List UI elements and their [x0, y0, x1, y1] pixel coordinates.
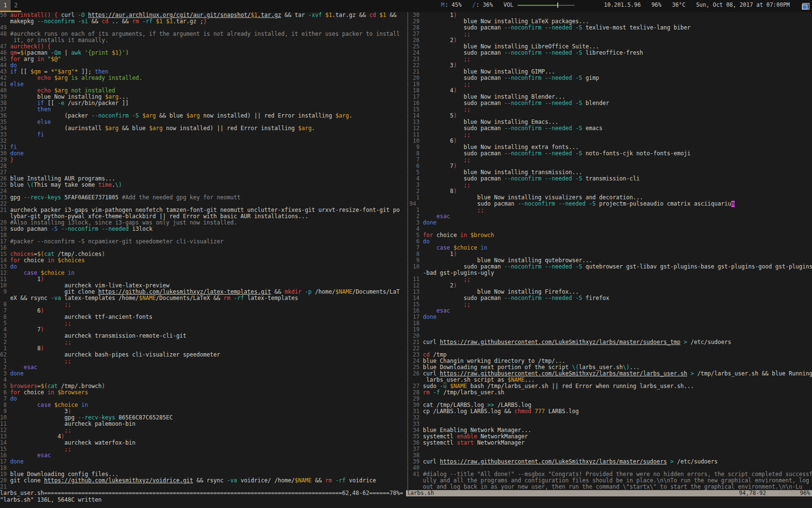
desktop: 1 2 M: 45% /: 36% VOL 10.201.5.96 96% 36…	[0, 0, 812, 508]
code-row: 62 aurcheck bash-pipes cli-visualizer sp…	[0, 352, 406, 358]
code-row: | 12 2)	[406, 283, 812, 289]
code-row: 11 1)	[0, 276, 406, 283]
code-row: | 14 sudo pacman --noconfirm --needed -S…	[406, 295, 812, 301]
temperature-indicator: 36°C	[667, 0, 691, 12]
code-row: 10 aurcheck vim-live-latex-preview	[0, 283, 406, 289]
code-row: | 34 blue Enabling Network Manager...	[406, 427, 812, 433]
code-row: lybar-git python-pywal xfce-theme-blackb…	[0, 213, 406, 220]
code-row: 16 esac	[0, 452, 406, 459]
volume-slider[interactable]	[518, 2, 575, 8]
code-row: | 29 blue Now installing LaTeX packages.…	[406, 18, 812, 25]
code-row: | 9 blue Now installing extra fonts...	[406, 144, 812, 150]
statusline-row: larbs_user.sh===========================…	[0, 490, 812, 496]
code-row: 20 git clone https://github.com/lukesmit…	[0, 478, 406, 484]
code-row: | 3 ;;	[406, 182, 812, 188]
disk-value: : 36%	[476, 2, 493, 8]
code-row: 25 blue \(This may take some time.\)	[0, 182, 406, 188]
code-row: 31 fi	[0, 144, 406, 150]
code-row: 49	[0, 25, 406, 31]
code-row: 20 #Also installing i3lock, since i3-gap…	[0, 220, 406, 226]
code-row: | 10 sudo pacman --noconfirm --needed -S…	[406, 264, 812, 270]
code-row: 9 git clone https://github.com/lukesmith…	[0, 289, 406, 295]
statusline-active: larbs.sh 94,78-92 96%	[406, 490, 812, 496]
code-row: | -bad gst-plugins-ugly	[406, 270, 812, 276]
code-row: | 5 blue Now installing transmission...	[406, 169, 812, 176]
ip-address: 10.201.5.96	[598, 0, 646, 12]
system-tray[interactable]	[795, 0, 812, 12]
code-row: | 25 blue Downloading next portion of th…	[406, 364, 812, 371]
statusline-inactive: larbs_user.sh===========================…	[0, 490, 406, 496]
code-row: | 39 curl https://raw.githubusercontent.…	[406, 459, 812, 465]
code-row: 10 gpg --recv-keys 865E6C87C65285EC	[0, 415, 406, 421]
code-row: | 28 rm -f /tmp/larbs_user.sh	[406, 389, 812, 396]
code-row: | 7 case $choice in	[406, 245, 812, 251]
memory-value: : 45%	[445, 2, 462, 8]
code-row: | 33	[406, 421, 812, 427]
code-row: 15 ;;	[0, 446, 406, 452]
code-row: 42 echo $arg is already installed.	[0, 75, 406, 81]
vim-pane-left-larbs-user-sh[interactable]: 50 aurinstall() { curl -O https://aur.ar…	[0, 12, 406, 490]
vim-pane-right-larbs-sh[interactable]: | 30 1)| 29 blue Now installing LaTeX pa…	[406, 12, 812, 490]
code-row: | 8 sudo pacman --noconfirm --needed -S …	[406, 150, 812, 157]
code-row: 15 choices=$(cat /tmp/.choices)	[0, 251, 406, 257]
disk-icon: /	[472, 2, 476, 8]
code-row: 48 #aurcheck runs on each of its argumen…	[0, 31, 406, 37]
tray-window-icon[interactable]	[802, 3, 810, 10]
code-row: 7 6)	[0, 308, 406, 314]
code-row: | 11 ;;	[406, 276, 812, 283]
code-row: it, or installs it manually.	[0, 37, 406, 44]
code-row: |94 sudo pacman --noconfirm --needed -S …	[406, 201, 812, 207]
code-row: | 16 esac	[406, 308, 812, 314]
code-row: 40 echo $arg not installed	[0, 88, 406, 94]
code-row: 35 else	[0, 119, 406, 125]
code-row: | 1 blue Now installing visualizers and …	[406, 194, 812, 201]
code-row: 18	[0, 232, 406, 239]
code-row: 19 sudo pacman -S --noconfirm --needed i…	[0, 226, 406, 232]
code-row: 36 (packer --noconfirm -S $arg && blue $…	[0, 113, 406, 119]
memory-indicator: M: 45%	[436, 0, 467, 10]
code-row: | 41 #dialog --title "All done!" --msgbo…	[406, 471, 812, 478]
code-row: | 29	[406, 396, 812, 402]
code-row: | 13 blue Now installing Emacs...	[406, 119, 812, 125]
code-row: 19 blue Downloading config files...	[0, 471, 406, 478]
code-row: | 16 sudo pacman --noconfirm --needed -S…	[406, 100, 812, 106]
code-row: 22	[0, 201, 406, 207]
code-row: | 20 sudo pacman --noconfirm --needed -S…	[406, 75, 812, 81]
code-row: 16	[0, 245, 406, 251]
workspace-tag-2[interactable]: 2	[11, 0, 21, 11]
code-row: 1 ;;	[0, 358, 406, 364]
code-row: | 22 3)	[406, 62, 812, 69]
code-row: | 21 curl https://raw.githubusercontent.…	[406, 339, 812, 345]
code-row: 43 if [[ $qm = *"$arg"* ]]; then	[0, 69, 406, 75]
code-row: | 30 1)	[406, 12, 812, 18]
code-row: | 26 2)	[406, 37, 812, 44]
active-file-name: larbs.sh	[407, 490, 434, 496]
workspace-tag-1[interactable]: 1	[0, 0, 11, 11]
code-row: | 4	[406, 226, 812, 232]
status-bar: 1 2 M: 45% /: 36% VOL 10.201.5.96 96% 36…	[0, 0, 812, 12]
code-row: | 38	[406, 452, 812, 459]
code-row: | 2 8)	[406, 188, 812, 194]
code-row: | 22	[406, 345, 812, 352]
workspace-tags: 1 2	[0, 0, 21, 12]
disk-indicator: /: 36%	[467, 0, 498, 10]
code-row: 9 3)	[0, 408, 406, 415]
code-row: | 8 1)	[406, 251, 812, 257]
code-row: | 2 esac	[406, 213, 812, 220]
code-row: eX && rsync -va latex-templates /home/$N…	[0, 295, 406, 301]
code-row: | 17 blue Now installing Blender...	[406, 94, 812, 100]
code-row: | 31 cp /LARBS.log LARBS.log && chmod 77…	[406, 408, 812, 415]
code-row: 21	[0, 484, 406, 490]
code-row: 50 aurinstall() { curl -O https://aur.ar…	[0, 12, 406, 18]
code-row: 45 for arg in "$@"	[0, 56, 406, 62]
code-row: | 15 ;;	[406, 301, 812, 308]
code-row: 33 fi	[0, 132, 406, 138]
code-row: | 27 sudo -u $NAME bash /tmp/larbs_user.…	[406, 383, 812, 389]
bar-modules: M: 45% /: 36% VOL 10.201.5.96 96% 36°C S…	[436, 0, 812, 12]
volume-control[interactable]: VOL	[498, 0, 580, 10]
code-row: | 9 blue Now installing qutebrowser...	[406, 257, 812, 264]
code-row: | 40	[406, 465, 812, 471]
code-row: 1 8)	[0, 345, 406, 352]
clock: Sun, Oct 08, 2017 at 07:00PM	[691, 0, 795, 12]
code-row: | 19	[406, 327, 812, 333]
